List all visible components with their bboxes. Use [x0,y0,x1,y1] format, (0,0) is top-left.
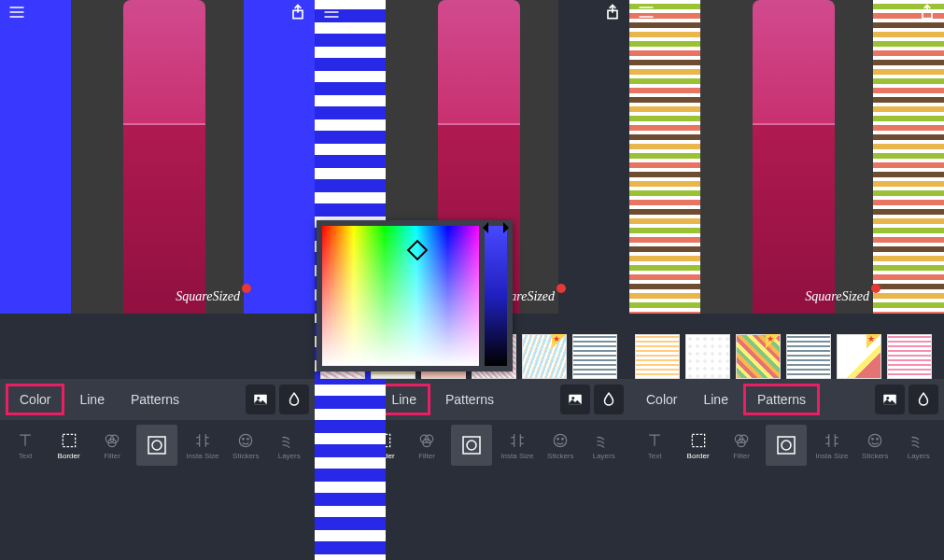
svg-point-9 [240,434,252,446]
tab-color[interactable]: Color [635,386,688,413]
pattern-swatch[interactable] [736,334,781,379]
tool-instasize[interactable]: Insta Size [813,431,851,460]
tool-compose[interactable] [451,425,492,466]
menu-icon[interactable] [322,3,341,25]
left-border [0,0,71,314]
svg-point-21 [555,434,567,446]
tool-text[interactable]: Text [7,431,44,460]
tab-patterns[interactable]: Patterns [743,384,820,415]
tool-stickers[interactable]: Stickers [227,431,264,460]
image-icon[interactable] [560,385,590,414]
svg-point-2 [257,397,260,399]
svg-point-34 [872,438,874,440]
svg-point-23 [562,438,564,440]
pattern-row [629,334,944,379]
tab-color[interactable]: Color [6,384,64,415]
canvas[interactable]: SquareSized [0,0,315,314]
spectrum[interactable] [322,226,479,366]
svg-rect-27 [692,434,704,446]
tab-line[interactable]: Line [692,386,739,413]
share-icon[interactable] [289,3,307,25]
tool-layers[interactable]: Layers [271,431,308,460]
canvas[interactable]: SquareSized [629,0,944,314]
svg-point-32 [782,441,791,450]
tool-compose[interactable] [136,425,177,466]
tab-patterns[interactable]: Patterns [434,386,505,413]
tool-layers[interactable]: Layers [900,431,937,460]
tool-instasize[interactable]: Insta Size [184,431,221,460]
svg-rect-3 [63,434,75,446]
svg-rect-19 [463,437,480,454]
screen-patterns: SquareSized Color Line Patterns Text Bor… [629,0,944,560]
tool-filter[interactable]: Filter [408,431,445,460]
right-border [244,0,315,314]
menu-icon[interactable] [637,3,655,25]
share-icon[interactable] [603,3,622,25]
left-border [629,0,700,314]
color-picker[interactable] [317,220,513,371]
tool-border[interactable]: Border [50,431,88,460]
tool-filter[interactable]: Filter [723,431,760,460]
screen-color: SquareSized Color Line Patterns Text Bor… [0,0,315,560]
tool-border[interactable]: Border [680,431,717,460]
svg-point-22 [557,438,559,440]
blur-icon[interactable] [909,385,938,414]
photo [71,0,244,314]
svg-rect-31 [778,437,795,454]
photo [700,0,873,314]
right-border [873,0,944,314]
watermark: SquareSized [805,289,869,304]
pattern-swatch[interactable] [522,334,567,379]
tool-stickers[interactable]: Stickers [542,431,579,460]
image-icon[interactable] [246,385,275,414]
screen-line: SquareSized Color Line Patterns Text Bor… [315,0,629,560]
share-icon[interactable] [918,3,937,25]
toolbar: Text Border Filter Insta Size Stickers L… [0,420,315,470]
pattern-swatch[interactable] [786,334,831,379]
tool-filter[interactable]: Filter [93,431,131,460]
border-tabs: Color Line Patterns [629,379,944,420]
tool-text[interactable]: Text [636,431,673,460]
menu-icon[interactable] [7,3,26,25]
pattern-swatch[interactable] [837,334,881,379]
tool-instasize[interactable]: Insta Size [499,431,536,460]
svg-point-35 [877,438,879,440]
watermark: SquareSized [176,289,240,304]
tab-patterns[interactable]: Patterns [120,386,190,413]
svg-point-20 [467,441,476,450]
blur-icon[interactable] [594,385,624,414]
image-icon[interactable] [875,385,905,414]
tool-stickers[interactable]: Stickers [856,431,894,460]
svg-point-26 [886,397,889,399]
tool-layers[interactable]: Layers [585,431,623,460]
pattern-swatch[interactable] [635,334,680,379]
pattern-swatch[interactable] [887,334,932,379]
tab-line[interactable]: Line [68,386,115,413]
svg-point-11 [247,438,249,440]
svg-rect-7 [148,437,165,454]
tool-compose[interactable] [766,425,807,466]
svg-point-33 [869,434,881,446]
svg-point-14 [571,397,574,399]
pattern-swatch[interactable] [685,334,730,379]
blur-icon[interactable] [279,385,309,414]
svg-point-8 [152,441,162,450]
border-tabs: Color Line Patterns [0,379,315,420]
pattern-swatch[interactable] [572,334,617,379]
hue-slider[interactable] [485,226,507,366]
svg-point-10 [243,438,245,440]
toolbar: Text Border Filter Insta Size Stickers L… [629,420,944,470]
